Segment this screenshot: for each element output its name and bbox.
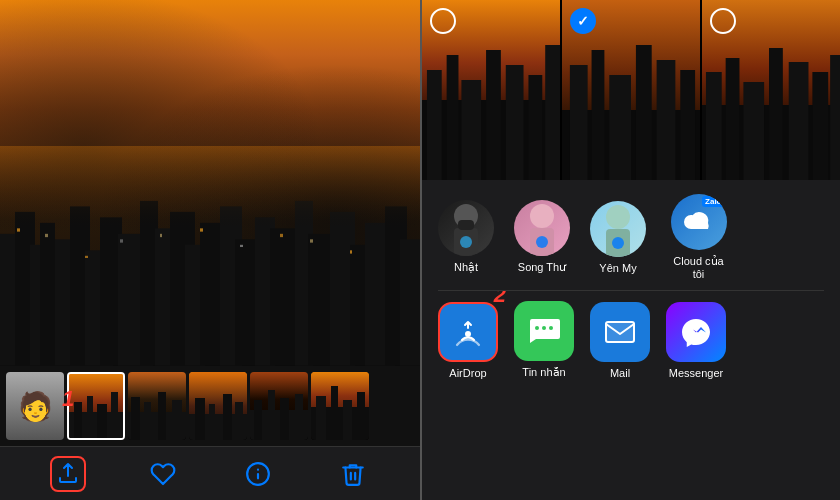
svg-point-106 [465,331,471,337]
svg-point-103 [606,205,630,229]
avatar-nhat [438,200,494,256]
apps-row: 2 AirDrop [422,291,840,389]
svg-rect-90 [726,58,740,180]
svg-rect-86 [680,70,695,180]
svg-rect-48 [172,400,182,440]
thumbnail-item[interactable] [311,372,369,440]
svg-rect-40 [87,396,93,440]
svg-point-105 [612,237,624,249]
contact-name-nhat: Nhật [454,261,478,274]
selection-circle-1[interactable] [430,8,456,34]
svg-rect-39 [74,402,82,440]
airdrop-icon [438,302,498,362]
main-photo [0,0,420,366]
svg-rect-25 [400,240,420,366]
svg-rect-110 [606,322,634,342]
svg-rect-95 [830,55,840,180]
svg-rect-78 [545,45,560,180]
svg-rect-73 [447,55,459,180]
svg-rect-41 [97,404,107,440]
contacts-row: Nhật Song Thư Yê [422,180,840,290]
app-messages[interactable]: Tin nhắn [514,301,574,379]
contact-name-yenmy: Yên My [599,262,636,274]
svg-rect-82 [592,50,605,180]
svg-rect-72 [427,70,442,180]
svg-rect-92 [769,48,783,180]
like-button[interactable] [145,456,181,492]
mail-icon [590,302,650,362]
svg-rect-27 [45,234,48,237]
svg-point-107 [535,326,539,330]
svg-rect-74 [461,80,481,180]
svg-rect-47 [158,392,166,440]
svg-rect-81 [570,65,588,180]
contact-songthu[interactable]: Song Thư [514,200,570,274]
grid-photo-1[interactable] [422,0,560,180]
svg-rect-85 [657,60,676,180]
info-button[interactable] [240,456,276,492]
left-panel: 🧑 [0,0,420,500]
svg-rect-42 [111,392,118,440]
share-button[interactable] [50,456,86,492]
contact-cloud[interactable]: Zalo Cloud của tôi [666,194,731,280]
messenger-icon [666,302,726,362]
svg-rect-46 [144,402,151,440]
app-name-airdrop: AirDrop [449,367,486,379]
svg-rect-98 [458,220,474,230]
svg-rect-76 [506,65,524,180]
svg-rect-30 [160,234,162,237]
grid-photo-2[interactable] [562,0,700,180]
svg-rect-65 [343,400,352,440]
thumbnail-item[interactable] [128,372,186,440]
svg-rect-28 [85,256,88,258]
svg-rect-60 [295,394,303,440]
step-number-1: 1 [62,386,74,412]
thumbnail-item[interactable] [189,372,247,440]
svg-rect-45 [131,397,140,440]
svg-rect-33 [280,234,283,237]
svg-rect-84 [636,45,652,180]
photo-grid [422,0,840,180]
svg-rect-57 [254,400,262,440]
selection-circle-3[interactable] [710,8,736,34]
svg-rect-94 [812,72,828,180]
grid-photo-3[interactable] [702,0,840,180]
svg-point-99 [460,236,472,248]
svg-rect-63 [316,396,326,440]
svg-rect-29 [120,240,123,243]
messages-icon [514,301,574,361]
svg-rect-75 [486,50,501,180]
app-mail[interactable]: Mail [590,302,650,379]
svg-rect-59 [280,398,289,440]
right-panel: Nhật Song Thư Yê [420,0,840,500]
contact-name-songthu: Song Thư [518,261,566,274]
svg-rect-34 [310,240,313,243]
svg-point-100 [530,204,554,228]
svg-rect-54 [235,402,243,440]
airdrop-wrapper: 2 AirDrop [438,302,498,379]
svg-rect-66 [357,392,365,440]
svg-point-109 [549,326,553,330]
avatar-yenmy [590,201,646,257]
app-name-mail: Mail [610,367,630,379]
contact-name-cloud: Cloud của tôi [666,255,731,280]
svg-rect-93 [789,62,809,180]
thumbnail-item[interactable] [67,372,125,440]
svg-rect-58 [268,390,275,440]
contact-nhat[interactable]: Nhật [438,200,494,274]
svg-rect-4 [40,223,55,366]
thumbnail-item[interactable]: 🧑 [6,372,64,440]
svg-rect-64 [331,386,338,440]
svg-rect-51 [195,398,205,440]
app-name-messages: Tin nhắn [522,366,565,379]
svg-rect-36 [0,146,420,234]
svg-rect-91 [743,82,764,180]
svg-rect-83 [609,75,631,180]
contact-yenmy[interactable]: Yên My [590,201,646,274]
delete-button[interactable] [335,456,371,492]
app-airdrop[interactable]: AirDrop [438,302,498,379]
thumbnail-item[interactable] [250,372,308,440]
app-messenger[interactable]: Messenger [666,302,726,379]
selection-circle-2[interactable] [570,8,596,34]
svg-rect-52 [209,404,215,440]
